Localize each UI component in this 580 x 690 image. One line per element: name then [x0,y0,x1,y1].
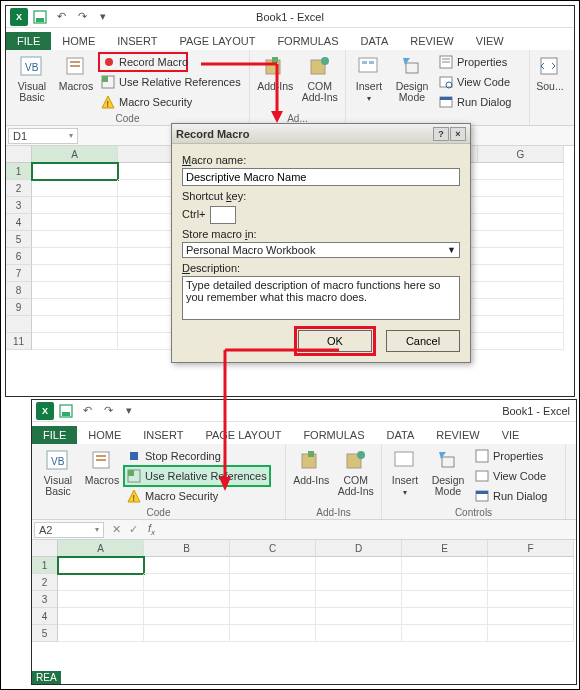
addins-button[interactable]: Add-Ins [290,446,333,486]
macro-name-label: Macro name: [182,154,460,166]
title-bar-lower: X ↶ ↷ ▾ Book1 - Excel [32,400,576,422]
undo-icon[interactable]: ↶ [78,402,96,420]
record-macro-button[interactable]: Record Macro [98,52,188,72]
tab-formulas[interactable]: FORMULAS [292,426,375,444]
macros-button[interactable]: Macros [56,52,96,92]
tab-insert[interactable]: INSERT [106,32,168,50]
properties-icon [438,54,454,70]
dialog-title-bar[interactable]: Record Macro ? × [172,124,470,144]
use-relative-references-button[interactable]: Use Relative References [124,466,270,486]
qat-customize-icon[interactable]: ▾ [94,8,112,26]
tab-review[interactable]: REVIEW [425,426,490,444]
run-dialog-button[interactable]: Run Dialog [436,92,513,112]
svg-rect-48 [476,450,488,462]
view-code-button[interactable]: View Code [436,72,513,92]
description-input[interactable]: Type detailed description of macro funct… [182,276,460,320]
record-macro-dialog: Record Macro ? × Macro name: Shortcut ke… [171,123,471,363]
svg-rect-17 [362,61,367,64]
fx-icon[interactable]: fx [144,522,159,537]
svg-rect-34 [96,455,106,457]
insert-control-button[interactable]: Insert▾ [386,446,424,498]
svg-rect-5 [70,61,80,63]
save-icon[interactable] [57,402,75,420]
svg-rect-51 [476,491,488,494]
properties-button[interactable]: Properties [472,446,549,466]
ctrl-label: Ctrl+ [182,208,206,220]
selected-cell[interactable] [32,163,118,180]
tab-file[interactable]: FILE [32,426,77,444]
com-addins-button[interactable]: COM Add-Ins [335,446,378,497]
save-icon[interactable] [31,8,49,26]
tab-view[interactable]: VIEW [465,32,515,50]
name-box[interactable]: D1▾ [8,128,78,144]
help-icon[interactable]: ? [433,127,449,141]
svg-point-44 [357,451,365,459]
redo-icon[interactable]: ↷ [73,8,91,26]
tab-formulas[interactable]: FORMULAS [266,32,349,50]
source-button[interactable]: Sou... [534,52,566,92]
cancel-fx-icon: ✕ [112,523,121,536]
name-box[interactable]: A2▾ [34,522,104,538]
tab-view[interactable]: VIE [491,426,531,444]
tab-page-layout[interactable]: PAGE LAYOUT [194,426,292,444]
undo-icon[interactable]: ↶ [52,8,70,26]
addins-button[interactable]: Add-Ins [254,52,297,92]
svg-rect-13 [272,57,278,63]
run-dialog-button[interactable]: Run Dialog [472,486,549,506]
ok-button[interactable]: OK [298,330,372,352]
excel-app-icon: X [36,402,54,420]
view-code-button[interactable]: View Code [472,466,549,486]
macro-name-input[interactable] [182,168,460,186]
run-dialog-icon [438,94,454,110]
shortcut-key-input[interactable] [210,206,236,224]
svg-point-15 [321,57,329,65]
svg-text:!: ! [133,493,136,503]
selected-cell-lower[interactable] [58,557,144,574]
com-addins-button[interactable]: COM Add-Ins [299,52,342,103]
cancel-button[interactable]: Cancel [386,330,460,352]
column-headers-lower[interactable]: A B C D E F [58,540,574,557]
svg-rect-16 [359,58,377,72]
tab-insert[interactable]: INSERT [132,426,194,444]
visual-basic-button[interactable]: VB Visual Basic [10,52,54,103]
tab-home[interactable]: HOME [51,32,106,50]
tab-review[interactable]: REVIEW [399,32,464,50]
visual-basic-button[interactable]: VBVisual Basic [36,446,80,497]
row-headers-lower[interactable]: 12345 [32,557,58,642]
store-macro-select[interactable]: Personal Macro Workbook▼ [182,242,460,258]
close-icon[interactable]: × [450,127,466,141]
macro-security-button[interactable]: ! Macro Security [98,92,243,112]
tab-home[interactable]: HOME [77,426,132,444]
excel-app-icon: X [10,8,28,26]
row-headers[interactable]: 12345678911 [6,163,32,350]
tab-file[interactable]: FILE [6,32,51,50]
design-mode-button[interactable]: Design Mode [426,446,470,497]
svg-rect-47 [442,457,454,467]
qat-customize-icon[interactable]: ▾ [120,402,138,420]
svg-rect-45 [395,452,413,466]
stop-icon [126,448,142,464]
use-relative-references-button[interactable]: Use Relative References [98,72,243,92]
window-title-lower: Book1 - Excel [502,405,570,417]
tab-page-layout[interactable]: PAGE LAYOUT [168,32,266,50]
svg-rect-35 [96,459,106,461]
macro-security-button[interactable]: !Macro Security [124,486,270,506]
svg-rect-6 [70,65,80,67]
shortcut-key-label: Shortcut key: [182,190,460,202]
svg-text:VB: VB [51,456,65,467]
svg-text:!: ! [107,99,110,109]
status-bar: REA [32,671,61,684]
tab-data[interactable]: DATA [350,32,400,50]
svg-rect-18 [369,61,374,64]
redo-icon[interactable]: ↷ [99,402,117,420]
svg-rect-27 [440,97,452,100]
stop-recording-button[interactable]: Stop Recording [124,446,270,466]
tab-data[interactable]: DATA [376,426,426,444]
design-mode-button[interactable]: Design Mode [390,52,434,103]
svg-point-7 [105,58,113,66]
macros-button[interactable]: Macros [82,446,122,486]
warning-icon: ! [100,94,116,110]
insert-control-button[interactable]: Insert▾ [350,52,388,104]
svg-rect-30 [62,412,70,416]
properties-button[interactable]: Properties [436,52,513,72]
